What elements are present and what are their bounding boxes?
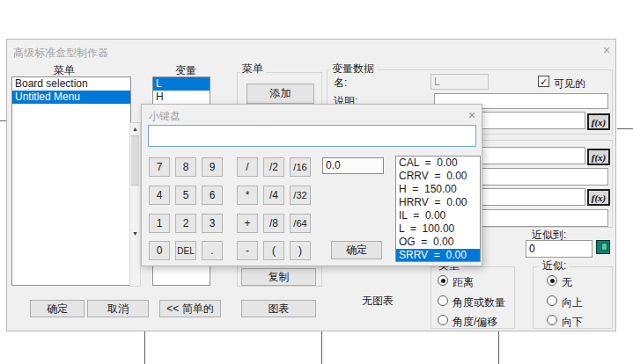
canvas-line bbox=[144, 331, 145, 364]
canvas-line bbox=[321, 331, 322, 364]
key-del[interactable]: DEL bbox=[175, 241, 196, 260]
key-8[interactable]: 8 bbox=[175, 157, 196, 177]
menu-list: Board selection Untitled Menu bbox=[11, 76, 131, 286]
fx-button-3[interactable]: f(x) bbox=[587, 189, 610, 206]
menu-list-scrollbar[interactable]: ▲ ▼ bbox=[129, 122, 141, 287]
scrollbar-thumb[interactable] bbox=[131, 135, 139, 186]
key-eighth[interactable]: /8 bbox=[263, 214, 284, 233]
key-quarter[interactable]: /4 bbox=[263, 186, 284, 205]
list-item[interactable]: H = 150.00 bbox=[396, 183, 480, 196]
key-3[interactable]: 3 bbox=[202, 214, 223, 233]
add-button[interactable]: 添加 bbox=[247, 84, 314, 104]
rounding-group-label: 近似: bbox=[540, 260, 569, 271]
radio-angle-or-quantity[interactable] bbox=[438, 295, 448, 306]
variable-data-group-label: 变量数据 bbox=[329, 63, 377, 74]
keypad-ok-button[interactable]: 确定 bbox=[331, 241, 382, 259]
visible-checkbox-label: 可见的 bbox=[554, 76, 585, 91]
key-6[interactable]: 6 bbox=[202, 186, 223, 205]
radio-angle-offset-label: 角度/偏移 bbox=[453, 315, 497, 330]
list-item[interactable]: CAL = 0.00 bbox=[396, 157, 480, 170]
key-multiply[interactable]: * bbox=[237, 186, 258, 205]
round-to-picker-button[interactable] bbox=[596, 240, 610, 254]
key-4[interactable]: 4 bbox=[149, 186, 170, 205]
list-item-selected[interactable]: L bbox=[153, 77, 210, 91]
menu-actions-group-label: 菜单 bbox=[239, 63, 266, 74]
key-plus[interactable]: + bbox=[237, 214, 258, 233]
list-item[interactable]: H bbox=[153, 91, 210, 104]
radio-distance[interactable] bbox=[438, 275, 448, 286]
key-close-paren[interactable]: ) bbox=[290, 241, 311, 260]
keypad-result-field: 0.0 bbox=[322, 157, 384, 174]
no-chart-text: 无图表 bbox=[362, 294, 394, 309]
canvas-line bbox=[617, 128, 633, 129]
close-icon[interactable]: × bbox=[464, 108, 480, 122]
main-dialog-title: 高级标准盒型制作器 bbox=[13, 46, 108, 61]
scroll-up-icon[interactable]: ▲ bbox=[130, 123, 140, 135]
close-icon[interactable]: × bbox=[599, 43, 615, 57]
radio-round-down-label: 向下 bbox=[562, 315, 583, 330]
round-to-field[interactable] bbox=[526, 240, 593, 258]
key-9[interactable]: 9 bbox=[202, 157, 223, 177]
list-item-selected[interactable]: Untitled Menu bbox=[12, 91, 130, 104]
list-item[interactable]: IL = 0.00 bbox=[396, 209, 480, 222]
ok-button[interactable]: 确定 bbox=[30, 300, 85, 317]
key-open-paren[interactable]: ( bbox=[263, 241, 284, 260]
key-sixteenth[interactable]: /16 bbox=[290, 157, 311, 177]
radio-none[interactable] bbox=[547, 275, 557, 286]
list-item[interactable]: Board selection bbox=[12, 77, 130, 91]
key-minus[interactable]: - bbox=[237, 241, 258, 260]
list-item[interactable]: HRRV = 0.00 bbox=[396, 196, 480, 209]
visible-checkbox[interactable]: ✓ bbox=[538, 76, 549, 87]
radio-round-up[interactable] bbox=[547, 295, 557, 306]
keypad-variable-list: CAL = 0.00 CRRV = 0.00 H = 150.00 HRRV =… bbox=[395, 156, 481, 262]
copy-button[interactable]: 复制 bbox=[241, 268, 316, 286]
list-item-selected[interactable]: SRRV = 0.00 bbox=[396, 249, 480, 262]
key-sixtyfourth[interactable]: /64 bbox=[290, 214, 311, 233]
simple-toggle-button[interactable]: << 简单的 bbox=[159, 300, 221, 317]
key-divide[interactable]: / bbox=[237, 157, 258, 177]
list-item[interactable]: OG = 0.00 bbox=[396, 236, 480, 249]
canvas-line bbox=[498, 331, 499, 364]
radio-angle-or-quantity-label: 角度或数量 bbox=[453, 295, 505, 310]
keypad-dialog-title: 小键盘 bbox=[149, 109, 180, 124]
fx-button-2[interactable]: f(x) bbox=[587, 149, 610, 165]
key-5[interactable]: 5 bbox=[175, 186, 196, 205]
radio-none-label: 无 bbox=[562, 275, 572, 290]
keypad-dialog: 小键盘 × 7 8 9 4 5 6 1 2 3 0 DEL . / /2 /16… bbox=[141, 104, 482, 266]
radio-round-up-label: 向上 bbox=[562, 295, 583, 310]
key-1[interactable]: 1 bbox=[149, 214, 170, 233]
key-thirtysecond[interactable]: /32 bbox=[290, 186, 311, 205]
fx-button-1[interactable]: f(x) bbox=[587, 113, 610, 130]
scroll-down-icon[interactable]: ▼ bbox=[130, 228, 140, 239]
canvas-line bbox=[0, 120, 6, 121]
key-0[interactable]: 0 bbox=[149, 241, 170, 260]
name-label: 名: bbox=[334, 76, 347, 91]
screen: 高级标准盒型制作器 × 菜单 Board selection Untitled … bbox=[0, 0, 633, 364]
chart-button[interactable]: 图表 bbox=[241, 300, 316, 317]
radio-round-down[interactable] bbox=[547, 315, 557, 325]
keypad-expression-input[interactable] bbox=[148, 125, 476, 147]
list-item[interactable]: L = 100.00 bbox=[396, 222, 480, 236]
key-half[interactable]: /2 bbox=[263, 157, 284, 177]
list-item[interactable]: CRRV = 0.00 bbox=[396, 170, 480, 183]
key-2[interactable]: 2 bbox=[175, 214, 196, 233]
radio-distance-label: 距离 bbox=[453, 275, 474, 290]
cancel-button[interactable]: 取消 bbox=[87, 300, 149, 317]
key-decimal[interactable]: . bbox=[202, 241, 223, 260]
radio-angle-offset[interactable] bbox=[438, 315, 448, 325]
key-7[interactable]: 7 bbox=[149, 157, 170, 177]
name-field: L bbox=[431, 74, 489, 90]
